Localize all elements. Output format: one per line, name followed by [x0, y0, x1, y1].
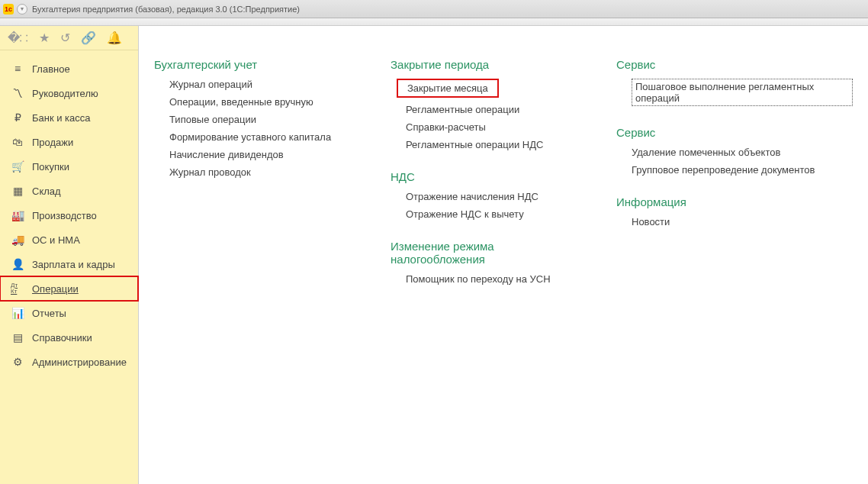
truck-icon: 🚚: [11, 234, 24, 246]
group-title-info: Информация: [616, 195, 853, 208]
sidebar-item-sales[interactable]: 🛍 Продажи: [0, 130, 138, 154]
sidebar-item-main[interactable]: ≡ Главное: [0, 56, 138, 81]
gear-icon: ⚙: [11, 356, 24, 368]
sidebar-item-label: Операции: [32, 283, 79, 295]
link-group-repost[interactable]: Групповое перепроведение документов: [632, 164, 853, 176]
link-news[interactable]: Новости: [632, 216, 853, 227]
dtkt-icon: ДтКт: [11, 282, 24, 295]
content-area: Бухгалтерский учет Журнал операций Опера…: [139, 26, 868, 484]
sidebar-item-admin[interactable]: ⚙ Администрирование: [0, 350, 138, 374]
link-reports-calc[interactable]: Справки-расчеты: [406, 121, 571, 133]
link-typical-operations[interactable]: Типовые операции: [169, 114, 345, 125]
sidebar-item-label: Администрирование: [32, 357, 127, 368]
menu-grid-icon[interactable]: �⸬: [8, 31, 28, 45]
chart-up-icon: 〽: [11, 87, 24, 99]
group-links: Пошаговое выполнение регламентных операц…: [616, 79, 853, 106]
group-links: Закрытие месяца Регламентные операции Сп…: [391, 79, 571, 150]
group-title-accounting: Бухгалтерский учет: [154, 58, 345, 71]
sidebar-item-production[interactable]: 🏭 Производство: [0, 203, 138, 227]
link-manual-operations[interactable]: Операции, введенные вручную: [169, 96, 345, 108]
link-usn-assistant[interactable]: Помощник по переходу на УСН: [406, 273, 571, 285]
barchart-icon: 📊: [11, 307, 24, 319]
sidebar-item-label: Руководителю: [32, 88, 98, 99]
link-journal-operations[interactable]: Журнал операций: [169, 79, 345, 90]
link-vat-accrual[interactable]: Отражение начисления НДС: [406, 191, 571, 202]
sidebar-item-label: ОС и НМА: [32, 234, 80, 246]
sidebar-item-reports[interactable]: 📊 Отчеты: [0, 301, 138, 325]
group-links: Отражение начисления НДС Отражение НДС к…: [391, 191, 571, 220]
content-column-3: Сервис Пошаговое выполнение регламентных…: [616, 56, 853, 469]
dropdown-icon[interactable]: ▼: [17, 4, 27, 15]
sidebar-item-label: Отчеты: [32, 308, 66, 319]
link-scheduled-vat[interactable]: Регламентные операции НДС: [406, 139, 571, 150]
sidebar-item-label: Главное: [32, 63, 70, 75]
link-vat-deduction[interactable]: Отражение НДС к вычету: [406, 208, 571, 220]
sidebar-item-payroll[interactable]: 👤 Зарплата и кадры: [0, 252, 138, 276]
group-links: Журнал операций Операции, введенные вруч…: [154, 79, 345, 178]
group-title-tax-regime: Изменение режима налогообложения: [391, 240, 571, 266]
ruble-icon: ₽: [11, 111, 24, 124]
bell-icon[interactable]: 🔔: [107, 31, 122, 45]
link-month-close[interactable]: Закрытие месяца: [406, 79, 571, 98]
sidebar-item-label: Зарплата и кадры: [32, 259, 115, 270]
sidebar-item-label: Банк и касса: [32, 112, 91, 124]
link-stepwise-scheduled[interactable]: Пошаговое выполнение регламентных операц…: [632, 79, 853, 106]
factory-icon: 🏭: [11, 209, 24, 221]
sidebar-item-label: Склад: [32, 186, 61, 197]
sidebar-item-bank[interactable]: ₽ Банк и касса: [0, 105, 138, 130]
sidebar: �⸬ ★ ↺ 🔗 🔔 ≡ Главное 〽 Руководителю ₽ Ба…: [0, 26, 139, 484]
sidebar-item-manager[interactable]: 〽 Руководителю: [0, 81, 138, 105]
group-title-service-1: Сервис: [616, 58, 853, 71]
sidebar-top-icons: �⸬ ★ ↺ 🔗 🔔: [0, 26, 138, 50]
group-title-period-close: Закрытие периода: [391, 58, 571, 71]
link-dividends[interactable]: Начисление дивидендов: [169, 149, 345, 160]
bag-icon: 🛍: [11, 136, 24, 148]
group-links: Новости: [616, 216, 853, 227]
sidebar-item-catalogs[interactable]: ▤ Справочники: [0, 325, 138, 350]
person-icon: 👤: [11, 258, 24, 270]
sidebar-item-purchases[interactable]: 🛒 Покупки: [0, 154, 138, 179]
sidebar-item-warehouse[interactable]: ▦ Склад: [0, 179, 138, 203]
sidebar-item-label: Справочники: [32, 332, 92, 344]
link-delete-marked[interactable]: Удаление помеченных объектов: [632, 147, 853, 158]
link-scheduled-operations[interactable]: Регламентные операции: [406, 104, 571, 115]
titlebar: 1c ▼ Бухгалтерия предприятия (базовая), …: [0, 0, 868, 18]
sidebar-item-label: Продажи: [32, 137, 73, 148]
toolbar-strip: [0, 18, 868, 26]
nav-list: ≡ Главное 〽 Руководителю ₽ Банк и касса …: [0, 50, 138, 374]
group-links: Удаление помеченных объектов Групповое п…: [616, 147, 853, 176]
link-capital-formation[interactable]: Формирование уставного капитала: [169, 131, 345, 143]
cart-icon: 🛒: [11, 160, 24, 173]
group-links: Помощник по переходу на УСН: [391, 273, 571, 285]
app-icon: 1c: [3, 4, 14, 15]
star-icon[interactable]: ★: [39, 31, 50, 45]
link-icon[interactable]: 🔗: [81, 31, 96, 45]
group-title-service-2: Сервис: [616, 126, 853, 139]
sidebar-item-label: Производство: [32, 210, 97, 221]
content-column-2: Закрытие периода Закрытие месяца Регламе…: [391, 56, 571, 469]
link-entries-journal[interactable]: Журнал проводок: [169, 166, 345, 178]
boxes-icon: ▦: [11, 185, 24, 197]
menu-icon: ≡: [11, 63, 24, 75]
main-area: �⸬ ★ ↺ 🔗 🔔 ≡ Главное 〽 Руководителю ₽ Ба…: [0, 26, 868, 484]
history-icon[interactable]: ↺: [60, 31, 70, 45]
content-column-1: Бухгалтерский учет Журнал операций Опера…: [154, 56, 345, 469]
sidebar-item-operations[interactable]: ДтКт Операции: [0, 276, 138, 301]
sidebar-item-assets[interactable]: 🚚 ОС и НМА: [0, 227, 138, 252]
group-title-vat: НДС: [391, 170, 571, 183]
books-icon: ▤: [11, 331, 24, 344]
window-title: Бухгалтерия предприятия (базовая), редак…: [32, 5, 300, 14]
sidebar-item-label: Покупки: [32, 161, 69, 173]
